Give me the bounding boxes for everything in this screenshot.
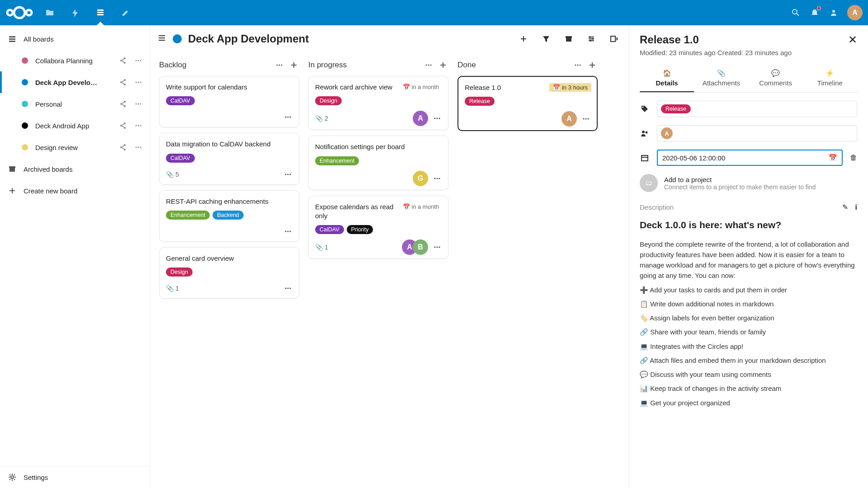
card-label: Backend bbox=[212, 211, 244, 220]
stack-more-button[interactable] bbox=[572, 60, 583, 70]
avatar[interactable]: B bbox=[413, 239, 428, 255]
tab-attachments[interactable]: 📎Attachments bbox=[694, 69, 748, 92]
tab-details[interactable]: 🏠Details bbox=[640, 69, 694, 92]
share-icon[interactable] bbox=[118, 99, 128, 109]
stack-more-button[interactable] bbox=[423, 60, 434, 70]
app-logo[interactable] bbox=[5, 5, 33, 20]
card-more-button[interactable] bbox=[580, 113, 591, 124]
card-more-button[interactable] bbox=[432, 242, 443, 253]
assignees-field[interactable]: A bbox=[657, 125, 857, 141]
svg-point-56 bbox=[290, 117, 291, 118]
more-icon[interactable] bbox=[133, 56, 143, 66]
card-title: Expose calendars as read only bbox=[315, 202, 396, 221]
svg-point-29 bbox=[140, 103, 142, 105]
nav-toggle[interactable] bbox=[157, 33, 166, 44]
close-button[interactable]: ✕ bbox=[848, 33, 857, 46]
board-color-dot bbox=[22, 57, 28, 64]
card[interactable]: Write support for calendars CalDAV bbox=[159, 76, 299, 127]
filter-button[interactable] bbox=[541, 33, 552, 44]
svg-point-12 bbox=[120, 60, 122, 61]
card[interactable]: Expose calendars as read only📅 in a mont… bbox=[308, 196, 448, 259]
sidebar-board-item[interactable]: Deck App Develo… bbox=[14, 71, 150, 93]
stacks: Backlog Write support for calendars CalD… bbox=[150, 52, 628, 488]
card[interactable]: Notification settings per board Enhancem… bbox=[308, 136, 448, 190]
card[interactable]: Release 1.0📅 in 3 hours Release A bbox=[458, 76, 598, 131]
user-menu[interactable]: A bbox=[847, 5, 863, 20]
nav-notes[interactable] bbox=[113, 0, 138, 25]
date-picker-icon[interactable]: 📅 bbox=[829, 154, 837, 162]
add-project[interactable]: 🗂 Add to a project Connect items to a pr… bbox=[640, 174, 857, 192]
card[interactable]: General card overview Design 📎 1 bbox=[159, 247, 299, 299]
share-icon[interactable] bbox=[118, 56, 128, 66]
svg-rect-46 bbox=[566, 38, 571, 42]
card[interactable]: REST-API caching enhancements Enhancemen… bbox=[159, 190, 299, 242]
all-boards[interactable]: All boards bbox=[0, 28, 150, 50]
description-body: Deck 1.0.0 is here: what's new? Beyond t… bbox=[640, 218, 857, 412]
nav-files[interactable] bbox=[37, 0, 62, 25]
add-card-button[interactable] bbox=[438, 60, 448, 70]
svg-point-27 bbox=[136, 103, 137, 105]
tab-timeline[interactable]: ⚡Timeline bbox=[803, 69, 857, 92]
sidebar-board-item[interactable]: Design review bbox=[14, 136, 150, 158]
details-toggle-button[interactable] bbox=[609, 33, 619, 44]
create-board[interactable]: Create new board bbox=[0, 180, 150, 202]
due-badge: 📅 in a month bbox=[399, 202, 443, 211]
board-name: Deck App Develo… bbox=[35, 79, 111, 86]
svg-point-21 bbox=[136, 82, 137, 83]
nav-deck[interactable] bbox=[88, 0, 113, 25]
home-icon: 🏠 bbox=[640, 69, 694, 77]
sliders-button[interactable] bbox=[586, 33, 597, 44]
card-more-button[interactable] bbox=[432, 173, 443, 184]
svg-point-53 bbox=[281, 65, 283, 66]
share-icon[interactable] bbox=[118, 77, 128, 87]
svg-point-74 bbox=[439, 178, 440, 179]
card[interactable]: Data migration to CalDAV backend CalDAV … bbox=[159, 133, 299, 184]
notifications-button[interactable] bbox=[809, 7, 820, 18]
avatar[interactable]: A bbox=[561, 111, 577, 127]
due-date-input[interactable]: 2020-05-06 12:00:00 📅 bbox=[657, 150, 843, 166]
avatar[interactable]: G bbox=[413, 171, 428, 186]
more-icon[interactable] bbox=[133, 99, 143, 109]
assignee-avatar[interactable]: A bbox=[661, 127, 673, 139]
edit-description-button[interactable]: ✎ bbox=[842, 203, 848, 211]
svg-rect-5 bbox=[97, 14, 104, 15]
card-more-button[interactable] bbox=[283, 112, 293, 122]
card-more-button[interactable] bbox=[283, 226, 293, 237]
add-card-button[interactable] bbox=[587, 60, 598, 70]
avatar[interactable]: A bbox=[413, 111, 428, 126]
sidebar-board-item[interactable]: Collabora Planning bbox=[14, 50, 150, 71]
card-more-button[interactable] bbox=[432, 113, 443, 124]
description-info-button[interactable]: i bbox=[855, 203, 857, 211]
tags-field[interactable]: Release bbox=[657, 101, 857, 117]
nav-activity[interactable] bbox=[62, 0, 88, 25]
contacts-button[interactable] bbox=[828, 7, 839, 18]
details-subtitle: Modified: 23 minutes ago Created: 23 min… bbox=[640, 49, 857, 56]
tab-comments[interactable]: 💬Comments bbox=[749, 69, 803, 92]
stack-more-button[interactable] bbox=[274, 60, 285, 70]
card-more-button[interactable] bbox=[283, 169, 293, 180]
svg-point-18 bbox=[120, 81, 122, 83]
settings[interactable]: Settings bbox=[0, 466, 150, 488]
card-more-button[interactable] bbox=[283, 283, 293, 294]
card[interactable]: Rework card archive view📅 in a month Des… bbox=[308, 76, 448, 130]
search-button[interactable] bbox=[790, 7, 801, 18]
share-icon[interactable] bbox=[118, 121, 128, 131]
sidebar-board-item[interactable]: Deck Android App bbox=[14, 115, 150, 136]
svg-point-36 bbox=[120, 146, 122, 148]
board-list: Collabora Planning Deck App Develo… Pers… bbox=[0, 50, 150, 158]
svg-point-66 bbox=[426, 65, 427, 66]
archive-button[interactable] bbox=[563, 33, 574, 44]
svg-rect-87 bbox=[642, 155, 648, 161]
paperclip-icon: 📎 bbox=[694, 69, 748, 77]
svg-point-48 bbox=[592, 38, 594, 40]
archived-boards[interactable]: Archived boards bbox=[0, 158, 150, 180]
sidebar-board-item[interactable]: Personal bbox=[14, 93, 150, 115]
tag-release[interactable]: Release bbox=[661, 104, 691, 113]
more-icon[interactable] bbox=[133, 77, 143, 87]
add-stack-button[interactable] bbox=[518, 33, 529, 44]
clear-date-button[interactable]: 🗑 bbox=[850, 154, 857, 162]
more-icon[interactable] bbox=[133, 121, 143, 131]
share-icon[interactable] bbox=[118, 142, 128, 152]
add-card-button[interactable] bbox=[288, 60, 299, 70]
more-icon[interactable] bbox=[133, 142, 143, 152]
